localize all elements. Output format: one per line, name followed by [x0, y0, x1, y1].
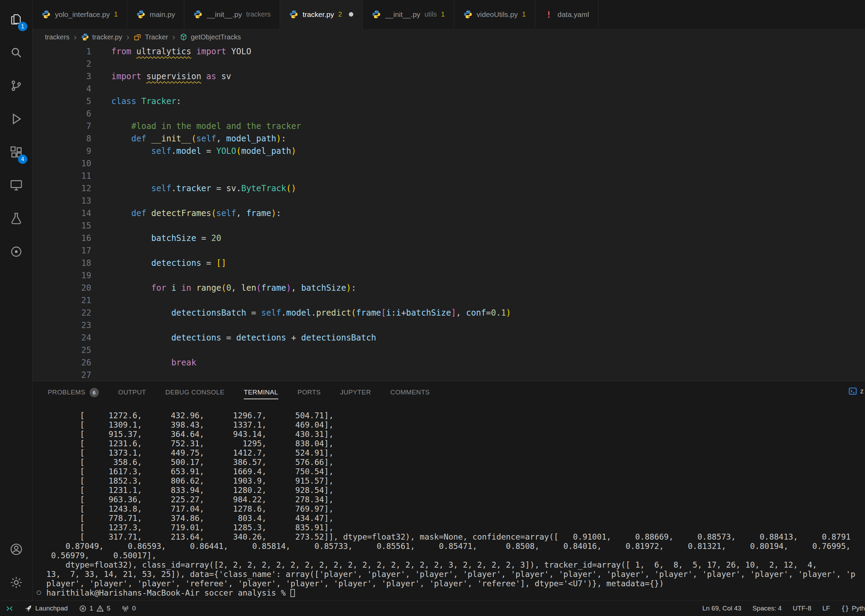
tab-data-yaml[interactable]: data.yaml [535, 0, 598, 29]
code-text[interactable]: break [91, 357, 197, 369]
token: : [176, 96, 181, 106]
code-text[interactable] [91, 107, 111, 120]
line-number[interactable]: 8 [33, 132, 91, 145]
code-text[interactable] [91, 170, 111, 182]
code-text[interactable] [91, 58, 111, 70]
panel-tab-comments[interactable]: COMMENTS [390, 381, 430, 404]
status-remote-indicator[interactable] [0, 601, 19, 616]
panel-tab-ports[interactable]: PORTS [298, 381, 321, 404]
line-number[interactable]: 17 [33, 244, 91, 257]
token [111, 308, 171, 318]
line-number[interactable]: 3 [33, 70, 91, 83]
code-text[interactable] [91, 195, 111, 207]
panel-tab-terminal[interactable]: TERMINAL [244, 381, 278, 404]
code-text[interactable]: detections = [] [91, 257, 226, 269]
line-number[interactable]: 25 [33, 344, 91, 357]
code-text[interactable] [91, 157, 111, 170]
status-encoding[interactable]: UTF-8 [787, 601, 817, 616]
code-text[interactable]: import supervision as sv [91, 70, 231, 83]
line-number[interactable]: 22 [33, 306, 91, 319]
tab-yolo-interface-py[interactable]: yolo_interface.py1 [33, 0, 127, 29]
status-language[interactable]: {}Python [836, 601, 865, 616]
line-number[interactable]: 27 [33, 369, 91, 381]
activity-item-run-debug[interactable] [0, 102, 32, 135]
activity-item-jupyter[interactable] [0, 235, 32, 268]
panel-tab-output[interactable]: OUTPUT [118, 381, 146, 404]
breadcrumb-item-tracker[interactable]: Tracker [134, 33, 168, 41]
code-text[interactable]: class Tracker: [91, 95, 181, 107]
code-text[interactable]: self.model = YOLO(model_path) [91, 145, 296, 157]
line-number[interactable]: 4 [33, 83, 91, 95]
panel-tab-problems[interactable]: PROBLEMS6 [48, 381, 99, 404]
panel-tab-debug-console[interactable]: DEBUG CONSOLE [165, 381, 224, 404]
code-text[interactable] [91, 344, 111, 357]
terminal-launch-icon[interactable] [848, 387, 857, 396]
code-text[interactable]: detections = detections + detectionsBatc… [91, 332, 376, 344]
code-text[interactable]: def __init__(self, model_path): [91, 132, 286, 145]
code-text[interactable]: self.tracker = sv.ByteTrack() [91, 182, 296, 195]
activity-item-source-control[interactable] [0, 69, 32, 102]
python-icon [136, 10, 146, 19]
line-number[interactable]: 20 [33, 282, 91, 294]
code-text[interactable] [91, 369, 111, 381]
line-number[interactable]: 23 [33, 319, 91, 332]
code-text[interactable] [91, 269, 111, 282]
status-indentation[interactable]: Spaces: 4 [747, 601, 787, 616]
breadcrumb-item-tracker-py[interactable]: tracker.py [81, 33, 123, 41]
status-launchpad[interactable]: Launchpad [19, 601, 73, 616]
code-text[interactable]: #load in the model and the tracker [91, 120, 301, 132]
breadcrumb-item-trackers[interactable]: trackers [45, 33, 69, 41]
token: ( [236, 146, 241, 156]
status-eol[interactable]: LF [817, 601, 836, 616]
terminal-content[interactable]: [ 1272.6, 432.96, 1296.7, 504.71], [ 130… [33, 404, 865, 600]
code-text[interactable] [91, 244, 111, 257]
token: model_path [241, 146, 291, 156]
activity-item-account[interactable] [0, 533, 32, 566]
tab-init-py-utils[interactable]: __init__.pyutils1 [363, 0, 454, 29]
activity-item-testing[interactable] [0, 202, 32, 235]
code-text[interactable] [91, 220, 111, 232]
line-number[interactable]: 26 [33, 357, 91, 369]
line-number[interactable]: 10 [33, 157, 91, 170]
code-text[interactable]: for i in range(0, len(frame), batchSize)… [91, 282, 356, 294]
line-number[interactable]: 21 [33, 294, 91, 306]
line-number[interactable]: 18 [33, 257, 91, 269]
code-text[interactable]: detectionsBatch = self.model.predict(fra… [91, 306, 511, 319]
activity-item-explorer[interactable]: 1 [0, 3, 32, 36]
code-text[interactable]: def detectFrames(self, frame): [91, 207, 281, 220]
line-number[interactable]: 14 [33, 207, 91, 220]
status-cursor-position[interactable]: Ln 69, Col 43 [697, 601, 747, 616]
line-number[interactable]: 24 [33, 332, 91, 344]
tab-main-py[interactable]: main.py [127, 0, 185, 29]
line-number[interactable]: 1 [33, 45, 91, 58]
code-text[interactable]: batchSize = 20 [91, 232, 221, 244]
line-number[interactable]: 7 [33, 120, 91, 132]
breadcrumb-item-getobjecttracks[interactable]: getObjectTracks [179, 33, 241, 41]
code-line: 27 [33, 369, 865, 381]
line-number[interactable]: 16 [33, 232, 91, 244]
tab-init-py-trackers[interactable]: __init__.pytrackers [184, 0, 280, 29]
activity-item-search[interactable] [0, 36, 32, 69]
activity-item-settings[interactable] [0, 566, 32, 599]
code-text[interactable] [91, 83, 111, 95]
tab-videoutils-py[interactable]: videoUtils.py1 [454, 0, 535, 29]
tab-tracker-py[interactable]: tracker.py2 [280, 0, 363, 29]
line-number[interactable]: 12 [33, 182, 91, 195]
line-number[interactable]: 2 [33, 58, 91, 70]
line-number[interactable]: 11 [33, 170, 91, 182]
line-number[interactable]: 19 [33, 269, 91, 282]
code-text[interactable] [91, 319, 111, 332]
activity-item-extensions[interactable]: 4 [0, 135, 32, 169]
line-number[interactable]: 9 [33, 145, 91, 157]
code-text[interactable] [91, 294, 111, 306]
editor-code[interactable]: 1from ultralytics import YOLO23import su… [33, 45, 865, 381]
line-number[interactable]: 5 [33, 95, 91, 107]
status-ports[interactable]: 0 [116, 601, 142, 616]
panel-tab-jupyter[interactable]: JUPYTER [340, 381, 371, 404]
line-number[interactable]: 6 [33, 107, 91, 120]
activity-item-remote-explorer[interactable] [0, 169, 32, 202]
status-problems[interactable]: 15 [73, 601, 116, 616]
line-number[interactable]: 13 [33, 195, 91, 207]
code-text[interactable]: from ultralytics import YOLO [91, 45, 251, 58]
line-number[interactable]: 15 [33, 220, 91, 232]
